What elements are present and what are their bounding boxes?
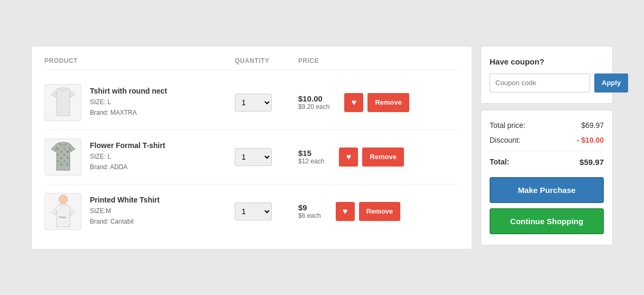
total-price-label: Total price:	[490, 121, 526, 130]
svg-rect-2	[63, 148, 66, 150]
item-details-3: Printed White Tshirt SIZE:M Brand: Canta…	[90, 196, 160, 226]
svg-rect-4	[57, 154, 59, 156]
svg-rect-5	[60, 157, 62, 159]
price-each-2: $12 each	[298, 158, 324, 165]
svg-rect-0	[57, 148, 59, 150]
quantity-cell-1: 1 2 3	[235, 94, 298, 112]
total-label: Total:	[490, 158, 509, 166]
item-image-2	[44, 139, 81, 176]
price-cell-2: $15 $12 each ♥ Remove	[298, 148, 459, 167]
price-each-3: $6 each	[298, 212, 321, 219]
cart-panel: PRODUCT QUANTITY PRICE Tshirt with round…	[31, 46, 472, 250]
favorite-button-1[interactable]: ♥	[344, 93, 363, 112]
remove-button-1[interactable]: Remove	[367, 93, 409, 112]
quantity-col-header: QUANTITY	[235, 57, 298, 64]
remove-button-3[interactable]: Remove	[359, 202, 401, 221]
cart-header: PRODUCT QUANTITY PRICE	[44, 57, 459, 70]
favorite-button-2[interactable]: ♥	[339, 148, 358, 167]
svg-point-12	[59, 195, 67, 204]
item-size-3: SIZE:M	[90, 206, 160, 216]
total-row: Total: $59.97	[490, 158, 604, 167]
quantity-select-1[interactable]: 1 2 3	[235, 94, 272, 112]
summary-divider	[490, 151, 604, 151]
make-purchase-button[interactable]: Make Purchase	[490, 177, 604, 203]
action-buttons-3: ♥ Remove	[336, 202, 401, 221]
favorite-button-3[interactable]: ♥	[336, 202, 355, 221]
price-each-1: $9.20 each	[298, 103, 329, 110]
price-cell-3: $9 $6 each ♥ Remove	[298, 202, 459, 221]
svg-text:Print: Print	[59, 216, 66, 219]
discount-row: Discount: - $10.00	[490, 136, 604, 144]
item-name-1: Tshirt with round nect	[90, 87, 167, 95]
price-col-header: PRICE	[298, 57, 459, 64]
apply-button[interactable]: Apply	[594, 73, 628, 93]
svg-rect-9	[60, 163, 62, 165]
product-col-header: PRODUCT	[44, 57, 235, 64]
item-info-3: Print Printed White Tshirt SIZE:M Brand:…	[44, 193, 235, 230]
total-price-value: $69.97	[581, 121, 604, 130]
svg-rect-10	[63, 160, 66, 162]
coupon-row: Apply	[490, 73, 604, 93]
quantity-select-2[interactable]: 1 2 3	[235, 148, 272, 166]
item-brand-1: Brand: MAXTRA	[90, 108, 167, 118]
quantity-cell-3: 1 2 3	[235, 202, 298, 220]
price-cell-1: $10.00 $9.20 each ♥ Remove	[298, 93, 459, 112]
discount-value: - $10.00	[577, 136, 604, 144]
coupon-title: Have coupon?	[490, 57, 604, 66]
price-info-2: $15 $12 each	[298, 149, 324, 165]
cart-item-1: Tshirt with round nect SIZE: L Brand: MA…	[44, 76, 459, 130]
item-image-1	[44, 84, 81, 121]
item-info-1: Tshirt with round nect SIZE: L Brand: MA…	[44, 84, 235, 121]
item-image-3: Print	[44, 193, 81, 230]
svg-rect-11	[67, 163, 69, 165]
cart-item-3: Print Printed White Tshirt SIZE:M Brand:…	[44, 185, 459, 238]
price-info-3: $9 $6 each	[298, 203, 321, 219]
item-brand-2: Brand: ADDA	[90, 162, 165, 172]
svg-rect-6	[63, 154, 66, 156]
svg-rect-1	[60, 151, 62, 153]
cart-item-2: Flower Formal T-shirt SIZE: L Brand: ADD…	[44, 130, 459, 185]
remove-button-2[interactable]: Remove	[362, 148, 404, 167]
price-main-1: $10.00	[298, 94, 329, 103]
coupon-input[interactable]	[490, 73, 590, 93]
svg-rect-8	[57, 160, 59, 162]
item-size-2: SIZE: L	[90, 152, 165, 162]
item-details-1: Tshirt with round nect SIZE: L Brand: MA…	[90, 87, 167, 117]
svg-rect-7	[67, 157, 69, 159]
right-panel: Have coupon? Apply Total price: $69.97 D…	[481, 46, 613, 250]
item-brand-3: Brand: Cantabil	[90, 217, 160, 227]
quantity-cell-2: 1 2 3	[235, 148, 298, 166]
coupon-box: Have coupon? Apply	[481, 46, 613, 104]
item-info-2: Flower Formal T-shirt SIZE: L Brand: ADD…	[44, 139, 235, 176]
quantity-select-3[interactable]: 1 2 3	[235, 202, 272, 220]
action-buttons-container: Make Purchase Continue Shopping	[490, 177, 604, 234]
action-buttons-1: ♥ Remove	[344, 93, 409, 112]
item-details-2: Flower Formal T-shirt SIZE: L Brand: ADD…	[90, 141, 165, 172]
continue-shopping-button[interactable]: Continue Shopping	[490, 208, 604, 234]
price-main-3: $9	[298, 203, 321, 212]
summary-box: Total price: $69.97 Discount: - $10.00 T…	[481, 110, 613, 245]
total-value: $59.97	[579, 158, 604, 167]
price-main-2: $15	[298, 149, 324, 158]
price-info-1: $10.00 $9.20 each	[298, 94, 329, 110]
svg-rect-3	[67, 151, 69, 153]
total-price-row: Total price: $69.97	[490, 121, 604, 130]
item-name-2: Flower Formal T-shirt	[90, 141, 165, 150]
action-buttons-2: ♥ Remove	[339, 148, 404, 167]
item-name-3: Printed White Tshirt	[90, 196, 160, 204]
item-size-1: SIZE: L	[90, 97, 167, 107]
discount-label: Discount:	[490, 136, 520, 144]
